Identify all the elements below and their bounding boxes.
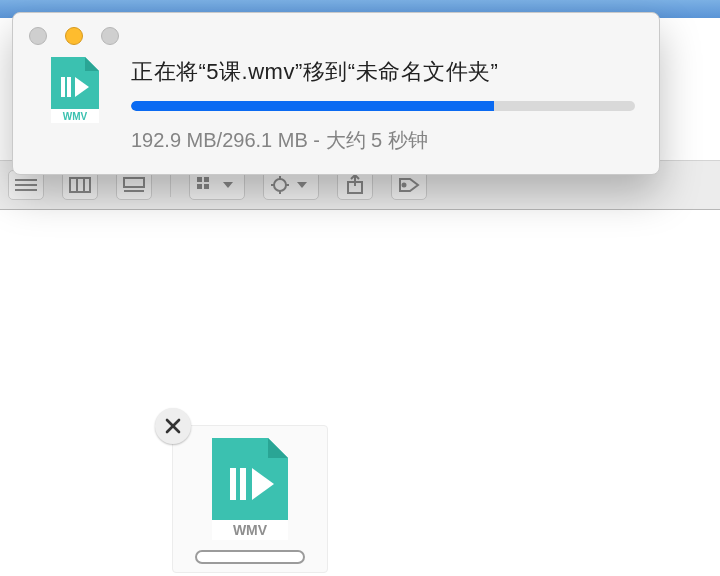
window-traffic-lights xyxy=(13,13,659,53)
file-item[interactable]: WMV xyxy=(170,425,330,573)
progress-status: 192.9 MB/296.1 MB - 大约 5 秒钟 xyxy=(131,127,643,154)
mini-progress-indicator xyxy=(195,550,305,564)
zoom-traffic-light[interactable] xyxy=(101,27,119,45)
svg-rect-22 xyxy=(67,77,71,97)
finder-content-area xyxy=(0,210,720,576)
svg-rect-9 xyxy=(204,177,209,182)
svg-rect-15 xyxy=(271,184,274,186)
svg-rect-14 xyxy=(279,191,281,194)
svg-rect-13 xyxy=(279,176,281,179)
progress-bar xyxy=(131,101,635,111)
svg-point-19 xyxy=(403,184,406,187)
minimize-traffic-light[interactable] xyxy=(65,27,83,45)
source-file-icon: WMV xyxy=(47,55,103,154)
svg-rect-21 xyxy=(61,77,65,97)
file-thumbnail: WMV xyxy=(172,425,328,573)
svg-rect-27 xyxy=(240,468,246,500)
file-ext-label: WMV xyxy=(233,522,268,538)
svg-rect-6 xyxy=(124,178,144,187)
svg-rect-11 xyxy=(204,184,209,189)
svg-rect-8 xyxy=(197,177,202,182)
svg-point-12 xyxy=(274,179,286,191)
svg-rect-10 xyxy=(197,184,202,189)
toolbar-separator xyxy=(170,173,171,197)
svg-rect-16 xyxy=(286,184,289,186)
progress-bar-fill xyxy=(131,101,494,111)
svg-rect-3 xyxy=(70,178,90,192)
cancel-badge-icon[interactable] xyxy=(155,408,191,444)
svg-rect-26 xyxy=(230,468,236,500)
file-ext-label: WMV xyxy=(63,111,88,122)
copy-progress-window: WMV 正在将“5课.wmv”移到“未命名文件夹” 192.9 MB/296.1… xyxy=(12,12,660,175)
close-traffic-light[interactable] xyxy=(29,27,47,45)
progress-title: 正在将“5课.wmv”移到“未命名文件夹” xyxy=(131,57,643,87)
